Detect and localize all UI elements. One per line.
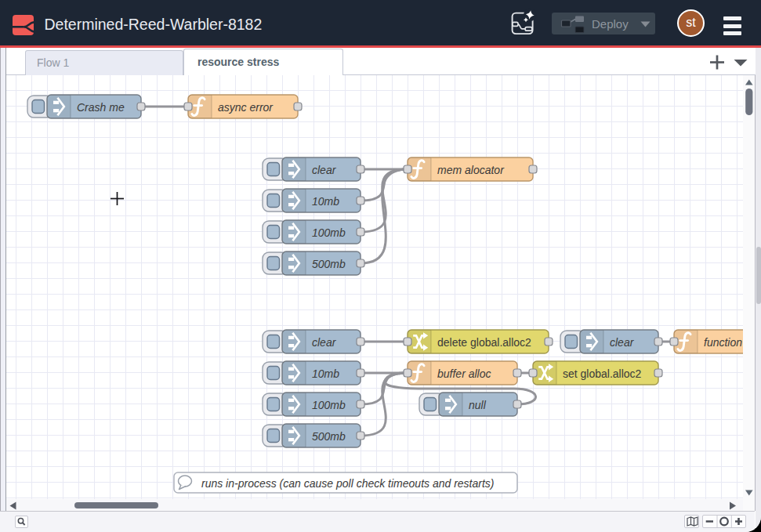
- svg-text:500mb: 500mb: [312, 430, 346, 443]
- svg-text:null: null: [469, 399, 487, 411]
- svg-text:10mb: 10mb: [312, 367, 339, 380]
- svg-text:Crash me: Crash me: [77, 101, 125, 114]
- svg-text:delete global.alloc2: delete global.alloc2: [437, 336, 531, 349]
- svg-text:buffer alloc: buffer alloc: [437, 367, 491, 380]
- svg-text:10mb: 10mb: [312, 195, 339, 208]
- svg-text:clear: clear: [610, 336, 635, 349]
- svg-text:async error: async error: [218, 101, 274, 114]
- svg-text:clear: clear: [312, 336, 337, 349]
- svg-text:mem alocator: mem alocator: [437, 164, 505, 176]
- svg-text:500mb: 500mb: [312, 258, 346, 270]
- svg-text:100mb: 100mb: [312, 226, 346, 239]
- svg-text:100mb: 100mb: [312, 399, 346, 411]
- svg-text:set global.alloc2: set global.alloc2: [563, 367, 642, 380]
- svg-text:runs in-process (can cause pol: runs in-process (can cause poll check ti…: [201, 477, 495, 490]
- svg-text:clear: clear: [312, 164, 337, 176]
- svg-text:function: function: [704, 336, 742, 349]
